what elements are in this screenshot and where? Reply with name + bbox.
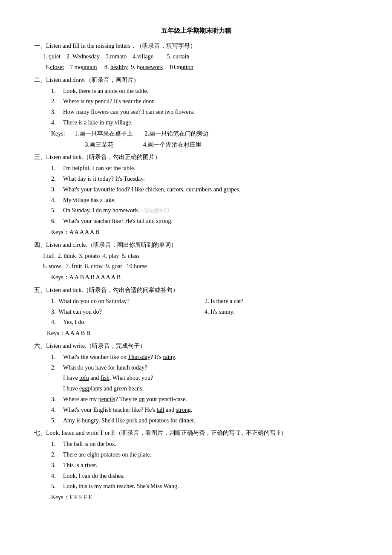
section3-heading: 三、Listen and tick.（听录音，勾出正确的图片） <box>34 152 358 162</box>
section6-item-5: 5. Amy is hungry. She'd like pork and po… <box>51 416 358 426</box>
section6-heading: 六、Listen and write.（听录音，完成句子） <box>34 341 358 351</box>
section6-item-2-sub2: I have eggplants and green beans. <box>63 384 358 394</box>
section5: 五、Listen and tick.（听录音，勾出合适的问举或答句） 1. Wh… <box>34 285 358 338</box>
section6-item-2-sub1: I have tofu and fish. What about you? <box>63 373 358 383</box>
section4-heading: 四、Listen and circle.（听录音，圈出你所听到的单词） <box>34 240 358 250</box>
section2-item-2: 2. Where is my pencil? It's near the doo… <box>51 96 358 107</box>
section7-item-5: 5. Look, this is my math teacher. She's … <box>51 481 358 491</box>
section2-item-4: 4. There is a lake in my village. <box>51 118 358 128</box>
section7: 七、Look, listen and write T or F.（听录音，看图片… <box>34 428 358 503</box>
watermark-text: 5组绘画水印 <box>141 208 169 214</box>
section3: 三、Listen and tick.（听录音，勾出正确的图片） 1. I'm h… <box>34 152 358 237</box>
section3-item-6: 6. What's your teacher like? He's tall a… <box>51 216 358 226</box>
section3-item-4: 4. My village has a lake. <box>51 195 358 205</box>
section6-item-1: 1. What's the weather like on Thursday? … <box>51 352 358 362</box>
section4: 四、Listen and circle.（听录音，圈出你所听到的单词） 1.ta… <box>34 240 358 283</box>
section5-row2: 3. What can you do? 4. It's sunny. <box>51 307 358 317</box>
section7-item-1: 1. The ball is on the box. <box>51 439 358 449</box>
section7-item-3: 3. This is a river. <box>51 460 358 471</box>
section2-item-1: 1. Look, there is an apple on the table. <box>51 86 358 96</box>
section6-item-2: 2. What do you have for lunch today? <box>51 363 358 373</box>
section1-words-row2: 6.closet 7 mountain 8. healthy 9. housew… <box>43 62 358 72</box>
section2-item-3: 3. How many flowers can you see? I can s… <box>51 107 358 117</box>
section3-item-2: 2. What day is it today? It's Tuesday. <box>51 174 358 184</box>
section4-words-row1: 1.tall 2. think 3. potato 4. play 5. cla… <box>43 251 358 261</box>
section3-item-3: 3. What's your favourite food? I like ch… <box>51 185 358 195</box>
page-title: 五年级上学期期末听力稿 <box>34 26 358 37</box>
section5-row1: 1. What do you do on Saturday? 2. Is the… <box>51 296 358 306</box>
section7-heading: 七、Look, listen and write T or F.（听录音，看图片… <box>34 428 358 438</box>
section6-item-3: 3. Where are my pencils? They're on your… <box>51 394 358 405</box>
section3-item-1: 1. I'm helpful. I can set the table. <box>51 163 358 173</box>
section2-keys-row2: 3.画三朵花 4.画一个湖泊在村庄里 <box>51 140 358 150</box>
section5-keys: Keys：A A A B B <box>47 328 358 338</box>
section2: 二、Listen and draw.（听录音，画图片） 1. Look, the… <box>34 75 358 150</box>
section6-item-4: 4. What's your English teacher like? He'… <box>51 405 358 415</box>
section1-heading: 一、Listen and fill in the missing letters… <box>34 41 358 51</box>
section3-item-5: 5. On Sunday, I do my homework. 5组绘画水印 <box>51 205 358 216</box>
section3-keys: Keys：A A A A A B <box>51 227 358 237</box>
section7-keys: Keys：F F F F F <box>51 492 358 503</box>
section6: 六、Listen and write.（听录音，完成句子） 1. What's … <box>34 341 358 425</box>
section4-keys: Keys：A A B A B A A A A B <box>51 272 358 283</box>
section1: 一、Listen and fill in the missing letters… <box>34 41 358 72</box>
section2-heading: 二、Listen and draw.（听录音，画图片） <box>34 75 358 85</box>
section5-row3: 4. Yes, I do. <box>51 317 358 327</box>
section1-words-row1: 1. quiet 2. Wednesday 3.tomato 4.village… <box>43 52 358 62</box>
section7-item-2: 2. There are eight potatoes on the plate… <box>51 450 358 460</box>
section2-keys-row1: Keys: 1.画一只苹果在桌子上 2.画一只铅笔在门的旁边 <box>51 129 358 139</box>
section4-words-row2: 6. snow 7. fruit 8. crow 9. goat 10.hors… <box>43 261 358 272</box>
section7-item-4: 4. Look, I can do the dishes. <box>51 471 358 481</box>
section5-heading: 五、Listen and tick.（听录音，勾出合适的问举或答句） <box>34 285 358 295</box>
